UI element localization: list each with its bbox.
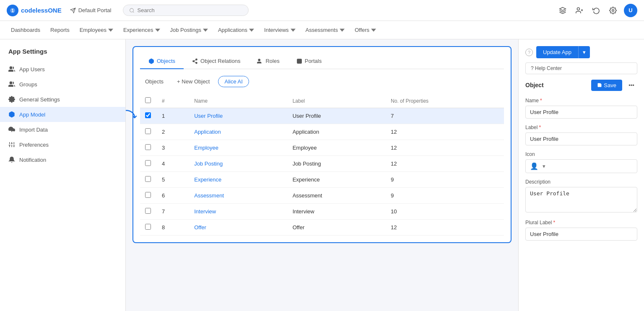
search-icon [129,8,135,13]
help-center-button[interactable]: ? Help Center [525,62,637,74]
row-label: Application [288,124,386,140]
nav-experiences[interactable]: Experiences [119,24,164,36]
row-label: Job Posting [288,156,386,172]
layers-icon[interactable] [557,5,569,16]
row-checkbox[interactable] [145,208,151,214]
label-input[interactable] [525,132,637,145]
nav-job-postings[interactable]: Job Postings [166,24,212,36]
row-properties: 12 [386,156,504,172]
row-name[interactable]: Experience [194,176,221,183]
update-app-button[interactable]: Update App [536,46,578,58]
logo[interactable]: 1 codelessONE [7,5,62,16]
row-id: 5 [157,172,189,188]
topbar-right: U [557,4,637,17]
plural-label-input[interactable] [525,228,637,241]
right-panel-title: Object [525,82,544,88]
icon-selector[interactable]: 👤 ▾ [525,159,637,173]
settings-icon[interactable] [607,5,619,16]
table-row[interactable]: 3 Employee Employee 12 [140,140,504,156]
save-label: Save [604,82,616,88]
search-bar[interactable] [123,5,249,16]
row-name[interactable]: User Profile [194,113,223,119]
save-button[interactable]: Save [591,80,622,91]
row-checkbox[interactable] [145,176,151,182]
add-user-icon[interactable] [574,5,585,16]
nav-assessments[interactable]: Assessments [301,24,349,36]
tab-object-relations[interactable]: Object Relations [184,54,249,69]
svg-point-26 [258,59,260,61]
history-icon[interactable] [590,5,602,16]
row-name[interactable]: Offer [194,224,206,231]
svg-line-25 [194,60,196,60]
sidebar-item-preferences[interactable]: Preferences [0,137,125,152]
field-plural-label: Plural Label * [525,220,637,241]
sidebar-label-general-settings: General Settings [19,96,60,103]
table-row[interactable]: 1 User Profile User Profile 7 [140,108,504,124]
row-id: 3 [157,140,189,156]
right-panel-actions: Save ••• [591,79,637,91]
update-app-dropdown[interactable]: ▾ [578,46,590,58]
table-row[interactable]: 7 Interview Interview 10 [140,204,504,220]
row-name[interactable]: Job Posting [194,161,223,167]
tab-portals-label: Portals [305,58,322,64]
row-name[interactable]: Employee [194,145,218,151]
select-all-checkbox[interactable] [145,97,151,103]
main-layout: App Settings App Users Groups General Se… [0,39,644,311]
new-object-button[interactable]: + New Object [172,76,215,87]
objects-sub-tab[interactable]: Objects [140,76,169,87]
nav-employees[interactable]: Employees [75,24,117,36]
navbar: Dashboards Reports Employees Experiences… [0,21,644,39]
row-checkbox[interactable] [145,112,151,118]
objects-table: # Name Label No. of Properties 1 User Pr… [140,94,504,236]
field-icon: Icon 👤 ▾ [525,151,637,173]
table-row[interactable]: 6 Assessment Assessment 9 [140,188,504,204]
svg-rect-27 [297,59,301,63]
search-input[interactable] [138,7,243,13]
row-name[interactable]: Application [194,129,221,135]
tabs: Objects Object Relations Roles Portals [140,54,504,69]
tab-portals[interactable]: Portals [288,54,330,69]
row-checkbox[interactable] [145,160,151,166]
name-input[interactable] [525,106,637,119]
row-name[interactable]: Interview [194,208,216,215]
col-name: Name [189,94,287,108]
arrow-indicator [125,107,138,122]
nav-dashboards[interactable]: Dashboards [7,24,44,36]
row-id: 2 [157,124,189,140]
table-row[interactable]: 2 Application Application 12 [140,124,504,140]
nav-applications[interactable]: Applications [214,24,258,36]
sidebar-item-app-users[interactable]: App Users [0,62,125,77]
nav-offers[interactable]: Offers [351,24,380,36]
sidebar-item-notification[interactable]: Notification [0,152,125,167]
sidebar-item-import-data[interactable]: Import Data [0,122,125,137]
svg-point-8 [10,82,12,84]
description-input[interactable]: User Profile [525,187,637,213]
tab-objects[interactable]: Objects [140,54,184,69]
alice-ai-button[interactable]: Alice AI [218,76,249,87]
row-properties: 12 [386,124,504,140]
row-name[interactable]: Assessment [194,192,224,199]
sidebar-label-groups: Groups [19,81,37,88]
sidebar-item-app-model[interactable]: App Model [0,107,125,122]
bell-icon [8,156,15,163]
portal-label: Default Portal [78,7,112,13]
row-checkbox[interactable] [145,224,151,230]
sidebar-item-groups[interactable]: Groups [0,77,125,92]
nav-interviews[interactable]: Interviews [260,24,300,36]
roles-icon [257,58,263,64]
sidebar-item-general-settings[interactable]: General Settings [0,92,125,107]
info-icon[interactable]: ? [525,49,533,56]
table-row[interactable]: 5 Experience Experience 9 [140,172,504,188]
row-checkbox[interactable] [145,144,151,150]
row-checkbox[interactable] [145,192,151,198]
portal-button[interactable]: Default Portal [67,5,115,15]
row-properties: 10 [386,204,504,220]
more-options-button[interactable]: ••• [626,79,637,91]
row-checkbox[interactable] [145,128,151,134]
nav-reports[interactable]: Reports [46,24,74,36]
table-row[interactable]: 4 Job Posting Job Posting 12 [140,156,504,172]
users-icon [8,66,15,73]
avatar[interactable]: U [624,4,637,17]
tab-roles[interactable]: Roles [249,54,288,69]
table-row[interactable]: 8 Offer Offer 12 [140,220,504,236]
